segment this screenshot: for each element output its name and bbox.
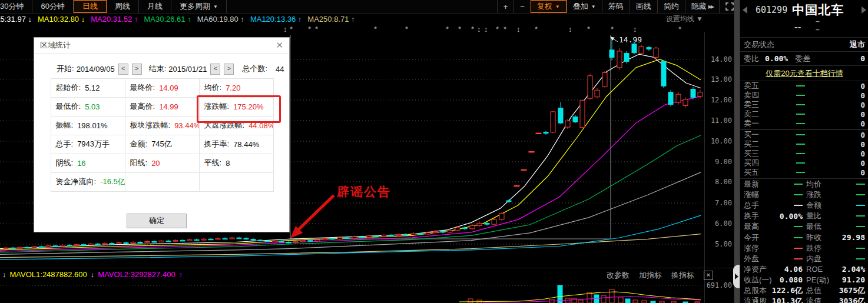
quote-stat: 涨跌: [803, 189, 865, 200]
arrow-up-icon: ↑: [179, 270, 183, 279]
quote-stat: 内盘: [803, 254, 865, 264]
quote-stat: 最高: [744, 221, 803, 232]
empty-value-dash: [794, 237, 803, 238]
book-level-label: 买五: [744, 167, 764, 178]
book-qty: 0: [837, 159, 865, 168]
quote-stat-label: 最新: [744, 179, 759, 189]
end-date-next-button[interactable]: >: [224, 64, 234, 75]
change-pct-dash: –: [816, 25, 820, 34]
stat-value: 93.44%: [174, 121, 199, 130]
stat-row: 净资产4.06ROE2.04%: [740, 264, 868, 275]
stats-grid: 最新均价涨幅涨跌总手金额换手0.00%量比最高最低今开昨收29.98涨停跌停外盘…: [740, 178, 868, 303]
annotation-text: 辟谣公告: [337, 184, 391, 200]
stat-cell: 均价:7.20: [199, 78, 274, 98]
stat-row: 收益(一)0.080PE(动)91.20: [740, 275, 868, 285]
sell-book: 卖五0卖四0卖三0卖二0卖一0: [740, 81, 868, 128]
level2-promo-link[interactable]: 仅需20元查看十档行情: [766, 68, 843, 79]
stat-value: 78.44%: [233, 140, 259, 149]
quote-stat-label: 涨幅: [744, 189, 759, 200]
quote-stat-label: 收益(一): [744, 275, 772, 285]
quote-stat-label: ROE: [806, 265, 823, 274]
quote-stat-label: 最低: [806, 221, 821, 232]
quote-stat: 涨停: [744, 243, 803, 254]
prev-stock-icon[interactable]: [743, 6, 747, 14]
stat-label: 均价:: [204, 82, 222, 93]
quote-stat-label: 总手: [744, 200, 759, 211]
empty-price-dash: [796, 172, 805, 173]
next-stock-icon[interactable]: [862, 6, 866, 14]
mavol1-value: MAVOL1:2487882.600: [10, 270, 87, 279]
panel-collapse-handle[interactable]: [733, 265, 740, 288]
quote-stat-label: 总股本: [744, 285, 767, 296]
quote-stat-value: 101.3亿: [772, 296, 803, 303]
stat-row: 最新均价: [740, 179, 868, 189]
quote-stat: 昨收29.98: [803, 232, 865, 243]
empty-value-dash: [794, 258, 803, 259]
stat-cell: 换手率:78.44%: [199, 135, 274, 154]
ok-button[interactable]: 确定: [127, 214, 187, 228]
dialog-titlebar[interactable]: 区域统计 ✕: [34, 38, 289, 54]
quote-stat-label: 净资产: [744, 264, 767, 275]
quote-stat: 今开: [744, 232, 803, 243]
empty-value-dash: [794, 226, 803, 227]
start-date-next-button[interactable]: >: [132, 64, 142, 75]
empty-value-dash: [794, 184, 803, 185]
quote-stat: 换手0.00%: [744, 211, 803, 221]
switch-indicator-link[interactable]: 换指标: [671, 270, 694, 281]
stat-cell: 阴线:16: [51, 154, 125, 173]
end-date-prev-button[interactable]: <: [210, 64, 220, 75]
quote-stat: 净资产4.06: [744, 264, 803, 275]
end-date-value: 2015/01/21: [168, 65, 207, 74]
stat-value: 5.03: [85, 102, 100, 111]
close-indicator-icon[interactable]: ✕: [704, 271, 713, 280]
quote-stat-label: 涨停: [744, 243, 759, 254]
stat-value: 44.08%: [249, 121, 273, 130]
sell-row-2: 卖四0: [740, 91, 868, 100]
price-tick: 6.00: [705, 219, 732, 228]
peak-price-label: 14.99: [619, 35, 642, 44]
empty-value-dash: [856, 205, 865, 206]
quote-stat: 跌停: [803, 243, 865, 254]
quote-stat-label: 内盘: [806, 254, 821, 264]
sell-row-4: 卖二0: [740, 109, 868, 119]
stat-label: 大盘涨跌幅:: [204, 120, 245, 131]
price-dash: --: [794, 21, 801, 33]
empty-value-dash: [794, 194, 803, 195]
quote-stat-value: 4.06: [784, 265, 803, 274]
stat-cell: 板块涨跌幅:93.44%: [125, 116, 200, 135]
quote-stat: 最新: [744, 179, 803, 189]
change-params-link[interactable]: 改参数: [607, 270, 630, 281]
empty-price-dash: [796, 153, 805, 154]
book-qty: 0: [837, 140, 865, 149]
quote-stat-label: 外盘: [744, 254, 759, 264]
book-qty: 0: [837, 168, 865, 177]
add-indicator-link[interactable]: 加指标: [639, 270, 662, 281]
dialog-stats-grid: 起始价:5.12最终价:14.09均价:7.20最低价:5.03最高价:14.9…: [51, 78, 273, 191]
stat-label: 起始价:: [56, 82, 81, 93]
buy-row-2: 买二0: [740, 139, 868, 149]
arrow-down-icon: ↓: [2, 270, 6, 279]
bar-count-value: 44: [276, 65, 284, 74]
stat-label: 阳线:: [130, 158, 148, 168]
stat-label: 阴线:: [56, 158, 74, 168]
price-tick: 9.00: [705, 158, 732, 166]
empty-value-dash: [856, 248, 865, 249]
weibi-row: 委比 0.00% 委差 0: [740, 52, 868, 66]
stat-label: 涨跌幅:: [204, 101, 230, 112]
stat-value: 745亿: [151, 139, 172, 149]
scrollbar[interactable]: [734, 0, 740, 303]
app-window: 30分钟60分钟日线周线月线更多周期▼ +−复权▼叠加▼筹码画线简约隐藏▶▶ M…: [0, 0, 868, 303]
start-date-prev-button[interactable]: <: [118, 64, 128, 75]
quote-stat: 流值3036亿: [803, 296, 865, 303]
stat-label: 板块涨跌幅:: [130, 120, 171, 131]
empty-price-dash: [796, 95, 805, 96]
quote-stat: 收益(一)0.080: [744, 275, 803, 285]
stat-label: 金额:: [130, 139, 148, 149]
start-date-value: 2014/09/05: [77, 65, 115, 74]
stat-row: 今开昨收29.98: [740, 232, 868, 242]
stock-header: 601299 中国北车: [740, 0, 868, 19]
stat-row: 总股本122.6亿总值3675亿: [740, 285, 868, 296]
empty-value-dash: [856, 215, 865, 217]
close-icon[interactable]: ✕: [276, 40, 283, 51]
quote-stat: ROE2.04%: [803, 265, 865, 274]
